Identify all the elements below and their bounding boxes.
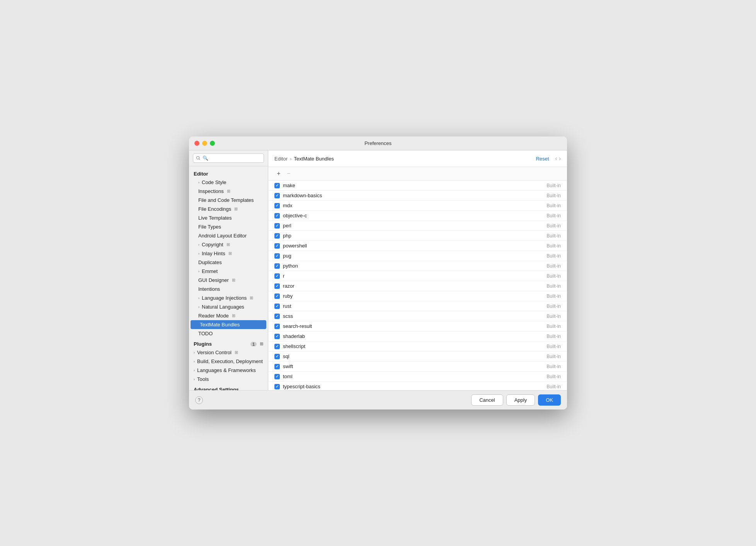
sidebar-item-emmet[interactable]: › Emmet (189, 267, 268, 276)
sidebar-item-android-layout-editor[interactable]: Android Layout Editor (189, 231, 268, 240)
editor-section-label: Editor (194, 171, 208, 177)
bundle-row[interactable]: search-resultBuilt-in (268, 321, 567, 331)
bundle-row[interactable]: pugBuilt-in (268, 251, 567, 261)
settings-icon: ⊞ (234, 206, 238, 212)
bundle-source: Built-in (547, 213, 561, 218)
sidebar-item-gui-designer[interactable]: GUI Designer ⊞ (189, 276, 268, 285)
bundle-source: Built-in (547, 223, 561, 229)
add-bundle-button[interactable]: + (274, 169, 283, 178)
apply-button[interactable]: Apply (506, 394, 535, 406)
bundle-source: Built-in (547, 283, 561, 289)
ok-button[interactable]: OK (538, 394, 561, 406)
bundle-checkbox[interactable] (274, 233, 280, 239)
chevron-icon: › (194, 351, 195, 355)
bundle-row[interactable]: mdxBuilt-in (268, 201, 567, 211)
reset-link[interactable]: Reset (536, 156, 549, 162)
bundle-checkbox[interactable] (274, 283, 280, 289)
bundle-source: Built-in (547, 263, 561, 269)
bundle-row[interactable]: makeBuilt-in (268, 181, 567, 191)
sidebar-item-todo[interactable]: TODO (189, 329, 268, 338)
bundle-row[interactable]: scssBuilt-in (268, 311, 567, 321)
bundle-row[interactable]: shaderlabBuilt-in (268, 331, 567, 341)
sidebar-item-build-execution[interactable]: › Build, Execution, Deployment (189, 357, 268, 366)
sidebar-item-label: GUI Designer (198, 277, 229, 283)
sidebar-item-copyright[interactable]: › Copyright ⊞ (189, 240, 268, 249)
bundle-checkbox[interactable] (274, 183, 280, 188)
sidebar-item-label: TextMate Bundles (200, 322, 240, 328)
bundle-row[interactable]: markdown-basicsBuilt-in (268, 191, 567, 201)
sidebar-item-version-control[interactable]: › Version Control ⊞ (189, 348, 268, 357)
sidebar-item-inspections[interactable]: Inspections ⊞ (189, 187, 268, 196)
sidebar-item-tools[interactable]: › Tools (189, 375, 268, 384)
sidebar-item-file-and-code-templates[interactable]: File and Code Templates (189, 196, 268, 205)
cancel-button[interactable]: Cancel (471, 394, 503, 406)
sidebar-item-natural-languages[interactable]: › Natural Languages (189, 302, 268, 311)
bundle-checkbox[interactable] (274, 223, 280, 229)
bundle-checkbox[interactable] (274, 354, 280, 359)
sidebar-item-code-style[interactable]: › Code Style (189, 178, 268, 187)
help-button[interactable]: ? (195, 396, 203, 404)
minimize-button[interactable] (202, 141, 207, 146)
bundle-checkbox[interactable] (274, 263, 280, 269)
bundle-checkbox[interactable] (274, 334, 280, 339)
bundle-row[interactable]: objective-cBuilt-in (268, 211, 567, 221)
bundle-name: python (283, 263, 543, 269)
bundle-checkbox[interactable] (274, 203, 280, 208)
bundle-name: shellscript (283, 343, 543, 349)
sidebar-item-file-encodings[interactable]: File Encodings ⊞ (189, 205, 268, 213)
bundle-checkbox[interactable] (274, 293, 280, 299)
sidebar-item-language-injections[interactable]: › Language Injections ⊞ (189, 293, 268, 302)
bundle-checkbox[interactable] (274, 364, 280, 369)
bundle-row[interactable]: rBuilt-in (268, 271, 567, 281)
nav-back-arrow[interactable]: ‹ (555, 155, 557, 162)
nav-forward-arrow[interactable]: › (559, 155, 561, 162)
bundle-name: pug (283, 253, 543, 259)
bundle-checkbox[interactable] (274, 193, 280, 198)
bundle-row[interactable]: razorBuilt-in (268, 281, 567, 291)
bundle-row[interactable]: typescript-basicsBuilt-in (268, 382, 567, 390)
bundle-checkbox[interactable] (274, 374, 280, 379)
bundle-name: scss (283, 313, 543, 319)
maximize-button[interactable] (210, 141, 215, 146)
bundle-checkbox[interactable] (274, 304, 280, 309)
bundle-checkbox[interactable] (274, 314, 280, 319)
bundle-row[interactable]: pythonBuilt-in (268, 261, 567, 271)
bundle-name: shaderlab (283, 333, 543, 339)
sidebar-item-inlay-hints[interactable]: › Inlay Hints ⊞ (189, 249, 268, 258)
bundle-row[interactable]: rustBuilt-in (268, 301, 567, 311)
bundle-checkbox[interactable] (274, 253, 280, 259)
sidebar-item-label: Reader Mode (198, 313, 229, 319)
bundle-checkbox[interactable] (274, 243, 280, 249)
sidebar-item-label: Emmet (202, 268, 218, 274)
search-input[interactable] (193, 154, 264, 163)
bundle-row[interactable]: phpBuilt-in (268, 231, 567, 241)
sidebar-item-duplicates[interactable]: Duplicates (189, 258, 268, 267)
remove-bundle-button[interactable]: − (284, 169, 293, 178)
bundle-name: rust (283, 303, 543, 309)
sidebar-item-reader-mode[interactable]: Reader Mode ⊞ (189, 311, 268, 320)
bundle-checkbox[interactable] (274, 324, 280, 329)
bundle-checkbox[interactable] (274, 344, 280, 349)
bundle-row[interactable]: tomlBuilt-in (268, 372, 567, 382)
bundle-row[interactable]: sqlBuilt-in (268, 351, 567, 362)
bundle-row[interactable]: rubyBuilt-in (268, 291, 567, 301)
bundle-name: toml (283, 374, 543, 379)
bundle-checkbox[interactable] (274, 384, 280, 389)
close-button[interactable] (194, 141, 199, 146)
main-content: Editor › Code Style Inspections ⊞ File a… (189, 150, 567, 390)
bundle-row[interactable]: shellscriptBuilt-in (268, 341, 567, 351)
bundle-source: Built-in (547, 344, 561, 349)
bundle-row[interactable]: perlBuilt-in (268, 221, 567, 231)
sidebar-item-languages-frameworks[interactable]: › Languages & Frameworks (189, 366, 268, 375)
bundle-row[interactable]: swiftBuilt-in (268, 362, 567, 372)
bundle-row[interactable]: powershellBuilt-in (268, 241, 567, 251)
sidebar-item-live-templates[interactable]: Live Templates (189, 213, 268, 222)
sidebar-item-file-types[interactable]: File Types (189, 222, 268, 231)
sidebar-item-textmate-bundles[interactable]: TextMate Bundles (191, 320, 266, 329)
settings-icon: ⊞ (235, 350, 238, 355)
settings-icon: ⊞ (226, 242, 230, 247)
settings-icon: ⊞ (232, 313, 235, 318)
bundle-checkbox[interactable] (274, 213, 280, 218)
sidebar-item-intentions[interactable]: Intentions (189, 285, 268, 293)
bundle-checkbox[interactable] (274, 273, 280, 279)
